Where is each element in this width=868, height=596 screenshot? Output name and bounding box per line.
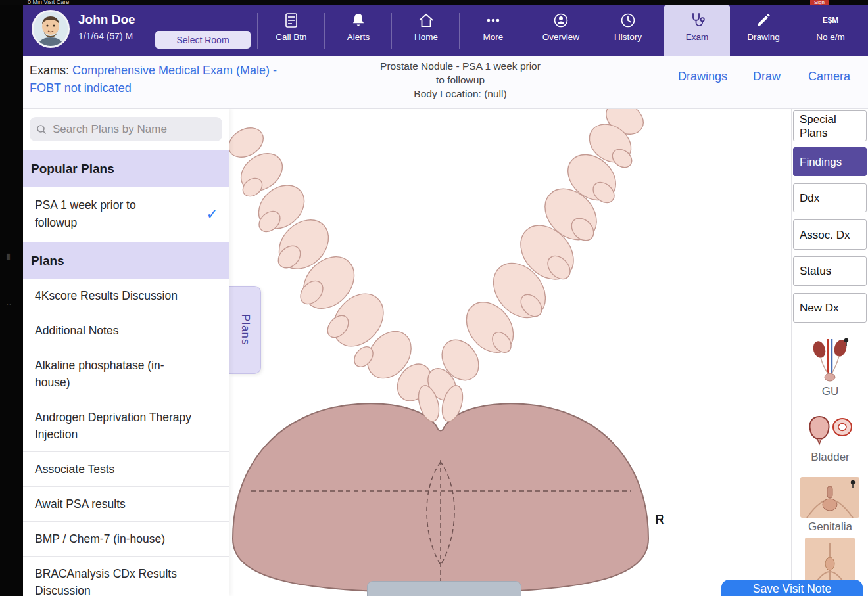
toolbar-no-em[interactable]: E$M No e/m (799, 12, 862, 53)
list-item-label: Additional Notes (35, 322, 193, 339)
divider (391, 13, 392, 49)
search-input[interactable] (51, 122, 212, 137)
toolbar-label: History (614, 32, 642, 42)
screen-bezel: ▮ ‥ (0, 0, 23, 596)
toolbar-label: More (483, 32, 504, 42)
anatomy-illustration[interactable]: R (229, 108, 792, 596)
patient-name: John Doe (78, 12, 135, 27)
toolbar-call-btn[interactable]: Call Btn (260, 12, 323, 53)
patient-dob: 1/1/64 (57) M (78, 31, 133, 41)
list-item[interactable]: BRACAnalysis CDx Results Discussion (23, 557, 229, 596)
status-button[interactable]: Status (793, 256, 867, 286)
list-item-label: Associate Tests (35, 461, 193, 478)
findings-sidebar: Special Plans Findings Ddx Assoc. Dx Sta… (791, 108, 868, 596)
patient-avatar[interactable] (32, 10, 70, 48)
patient-photo (34, 12, 68, 46)
drawings-link[interactable]: Drawings (678, 70, 727, 83)
ddx-button[interactable]: Ddx (793, 183, 867, 212)
toolbar-label: Alerts (347, 32, 370, 42)
plans-list: 4Kscore Results Discussion Additional No… (23, 279, 229, 596)
em-coding-icon: E$M (822, 12, 839, 29)
finding-line1: Prostate Nodule - PSA 1 week prior (306, 59, 615, 73)
finding-line2: to followup (306, 73, 615, 87)
thumbnail-genitalia[interactable]: Genitalia (800, 477, 859, 520)
call-button-icon (283, 12, 300, 29)
list-item[interactable]: Androgen Deprivation Therapy Injection (23, 400, 229, 452)
gu-thumbnail-label: GU (792, 385, 868, 398)
ema-exam-screen: 0 Min Visit Care Sign ▮ ‥ John Doe 1/1/6… (0, 0, 868, 596)
home-icon (418, 12, 435, 29)
person-circle-icon (552, 12, 569, 29)
svg-text:E$M: E$M (823, 16, 839, 25)
search-box[interactable] (30, 117, 222, 141)
list-item[interactable]: Alkaline phosphatase (in-house) (23, 348, 229, 400)
draw-link[interactable]: Draw (753, 70, 781, 83)
toolbar-exam-active[interactable]: Exam (664, 5, 730, 56)
ellipsis-icon (485, 12, 502, 29)
assoc-dx-button[interactable]: Assoc. Dx (793, 219, 867, 250)
special-plans-button[interactable]: Special Plans (793, 110, 867, 141)
popular-plans-header: Popular Plans (23, 150, 229, 187)
divider (257, 13, 258, 49)
list-item[interactable]: Associate Tests (23, 452, 229, 487)
genitalia-thumbnail-label: Genitalia (792, 520, 868, 534)
select-room-button[interactable]: Select Room (155, 31, 251, 49)
divider (324, 13, 325, 49)
gu-thumbnail-image (809, 335, 851, 384)
search-icon (36, 124, 47, 135)
top-cutoff-strip: 0 Min Visit Care Sign (0, 0, 868, 5)
toolbar-label: Overview (542, 32, 579, 42)
toolbar-label: Exam (686, 32, 709, 42)
list-item-label: Await PSA results (35, 495, 193, 513)
toolbar-more[interactable]: More (462, 12, 525, 53)
bell-icon (350, 12, 367, 29)
plans-header: Plans (23, 242, 229, 279)
plans-panel: Popular Plans PSA 1 week prior to follow… (23, 108, 229, 596)
save-visit-note-button[interactable]: Save Visit Note (721, 580, 863, 596)
thumbnail-gu[interactable]: GU (809, 335, 851, 386)
toolbar-label: Drawing (747, 32, 780, 42)
new-dx-button[interactable]: New Dx (793, 293, 867, 323)
divider (459, 13, 460, 49)
toolbar-overview[interactable]: Overview (529, 12, 592, 53)
popular-plan-label: PSA 1 week prior to followup (35, 196, 153, 232)
camera-link[interactable]: Camera (808, 70, 850, 83)
canvas-footer-button[interactable] (367, 581, 521, 596)
thumbnail-bladder[interactable]: Bladder (805, 407, 855, 451)
top-strip-text: 0 Min Visit Care (28, 0, 69, 5)
toolbar-history[interactable]: History (596, 12, 660, 53)
toolbar-home[interactable]: Home (395, 12, 458, 53)
divider (798, 13, 798, 49)
bezel-glyph: ▮ (6, 251, 11, 261)
popular-plan-item[interactable]: PSA 1 week prior to followup ✓ (23, 187, 229, 242)
list-item[interactable]: Await PSA results (23, 487, 229, 522)
sign-badge: Sign (810, 0, 829, 5)
marker-icon (755, 12, 772, 29)
plans-side-tab[interactable]: Plans (229, 286, 261, 374)
toolbar-alerts[interactable]: Alerts (327, 12, 390, 53)
divider (663, 13, 663, 49)
findings-button[interactable]: Findings (793, 147, 867, 176)
divider (527, 13, 527, 49)
exams-prefix: Exams: (30, 64, 72, 77)
exams-line: Exams: Comprehensive Medical Exam (Male)… (30, 62, 299, 97)
list-item[interactable]: BMP / Chem-7 (in-house) (23, 522, 229, 557)
list-item-label: Androgen Deprivation Therapy Injection (35, 409, 193, 443)
toolbar-label: Call Btn (276, 32, 306, 42)
list-item-label: BRACAnalysis CDx Results Discussion (35, 565, 193, 596)
body-location: Body Location: (null) (306, 87, 615, 101)
toolbar-drawing[interactable]: Drawing (732, 12, 795, 53)
list-item-label: 4Kscore Results Discussion (35, 287, 193, 304)
exam-subheader: Exams: Comprehensive Medical Exam (Male)… (23, 56, 868, 109)
bezel-glyph: ‥ (6, 297, 12, 307)
list-item-label: BMP / Chem-7 (in-house) (35, 530, 193, 547)
check-icon: ✓ (206, 206, 218, 223)
finding-title: Prostate Nodule - PSA 1 week prior to fo… (306, 59, 615, 101)
bladder-thumbnail-label: Bladder (792, 451, 868, 464)
list-item[interactable]: 4Kscore Results Discussion (23, 279, 229, 313)
stethoscope-icon (688, 12, 706, 29)
list-item-label: Alkaline phosphatase (in-house) (35, 357, 193, 391)
list-item[interactable]: Additional Notes (23, 313, 229, 348)
toolbar-label: No e/m (816, 32, 845, 42)
right-side-label: R (655, 512, 665, 526)
